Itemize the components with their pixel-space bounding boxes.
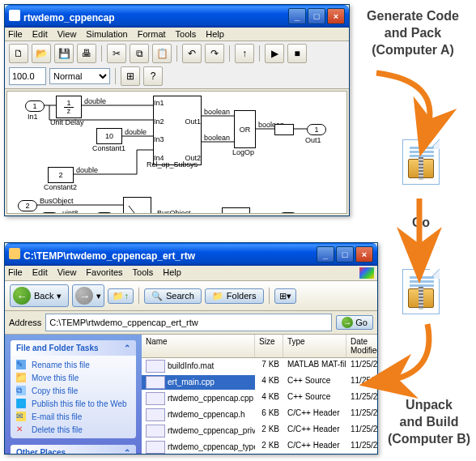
simulink-window: rtwdemo_cppencap _ □ × File Edit View Si… [4, 4, 350, 8]
titlebar[interactable]: rtwdemo_cppencap _ □ × [5, 5, 349, 8]
